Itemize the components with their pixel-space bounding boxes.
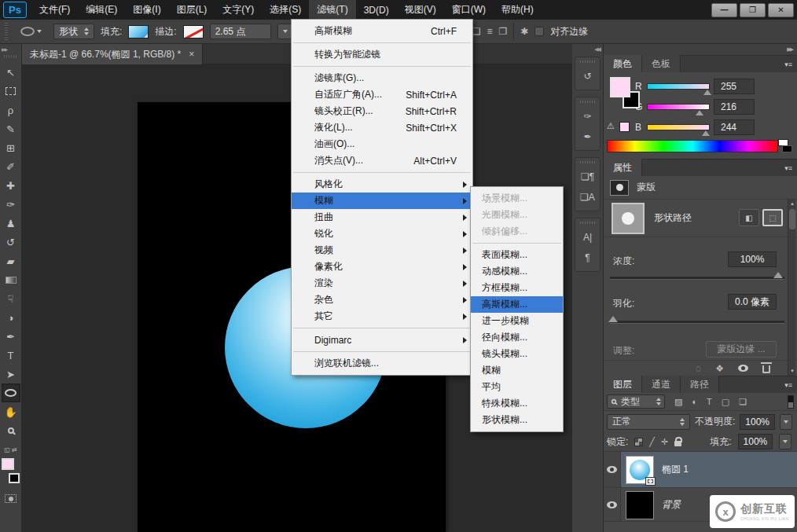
menu-item-distort[interactable]: 扭曲 <box>292 209 472 226</box>
layer-visibility-cell[interactable] <box>604 452 621 487</box>
mask-visibility-eye-icon[interactable] <box>738 365 748 372</box>
fill-swatch[interactable] <box>128 25 149 39</box>
dock-grip[interactable] <box>580 101 596 103</box>
layer-filter-toggle[interactable] <box>788 395 794 409</box>
green-value-input[interactable]: 216 <box>714 99 755 115</box>
menu-item-video[interactable]: 视频 <box>292 242 472 259</box>
menu-item-digimarc[interactable]: Digimarc <box>292 332 472 348</box>
menu-view[interactable]: 视图(V) <box>397 0 444 20</box>
character-panel-icon[interactable]: A| <box>575 227 600 248</box>
smudge-tool[interactable]: ☟ <box>2 289 20 308</box>
density-slider[interactable] <box>610 277 784 279</box>
eye-icon[interactable] <box>607 466 617 473</box>
history-brush-tool[interactable]: ↺ <box>2 233 20 251</box>
menu-item-other[interactable]: 其它 <box>292 308 472 325</box>
menu-item-surface-blur[interactable]: 表面模糊... <box>471 247 563 263</box>
swap-colors-icon[interactable]: ◱ ⇄ <box>4 446 17 453</box>
invert-selection-icon[interactable]: ◌ <box>696 363 701 374</box>
gradient-tool[interactable] <box>2 270 20 289</box>
gamut-color-swatch[interactable] <box>619 122 630 132</box>
tab-color[interactable]: 颜色 <box>604 55 642 72</box>
menu-item-lens-correction[interactable]: 镜头校正(R)...Shift+Ctrl+R <box>292 103 472 119</box>
path-selection-tool[interactable]: ➤ <box>2 365 20 383</box>
red-slider-thumb[interactable] <box>703 90 711 95</box>
eye-icon[interactable] <box>607 501 617 508</box>
vector-mask-button[interactable]: ⬚ <box>762 209 783 226</box>
menu-help[interactable]: 帮助(H) <box>494 0 542 20</box>
fill-value-input[interactable]: 100% <box>738 434 773 449</box>
panels-collapse-icon[interactable]: ▶▶ <box>604 44 797 55</box>
menu-item-convert-smart-filters[interactable]: 转换为智能滤镜 <box>292 46 472 63</box>
layer-thumbnail[interactable] <box>626 491 654 519</box>
scrollbar-thumb[interactable] <box>789 209 795 229</box>
paragraph-panel-icon[interactable]: ¶ <box>575 248 600 268</box>
menu-item-gaussian-blur-repeat[interactable]: 高斯模糊Ctrl+F <box>292 23 472 39</box>
menu-item-oil-paint[interactable]: 油画(O)... <box>292 136 472 152</box>
menu-item-vanishing-point[interactable]: 消失点(V)...Alt+Ctrl+V <box>292 152 472 169</box>
menu-item-filter-gallery[interactable]: 滤镜库(G)... <box>292 70 472 86</box>
blue-value-input[interactable]: 244 <box>714 119 755 135</box>
layer-name[interactable]: 椭圆 1 <box>662 463 689 476</box>
history-panel-icon[interactable]: ↺ <box>575 66 600 86</box>
menu-item-smart-blur[interactable]: 特殊模糊... <box>471 395 563 412</box>
lock-all-icon[interactable] <box>674 441 681 446</box>
menu-item-sharpen[interactable]: 锐化 <box>292 226 472 242</box>
green-slider-thumb[interactable] <box>696 110 703 116</box>
minimize-button[interactable]: — <box>711 3 737 17</box>
type-tool[interactable]: T <box>2 346 20 365</box>
add-pixel-mask-button[interactable]: ◧ <box>739 209 759 226</box>
tab-properties[interactable]: 属性 <box>604 159 642 176</box>
opacity-value-input[interactable]: 100% <box>740 414 775 430</box>
red-value-input[interactable]: 255 <box>714 79 755 94</box>
eyedropper-tool[interactable]: ✐ <box>2 157 20 176</box>
feather-slider[interactable] <box>610 321 784 323</box>
menu-type[interactable]: 文字(Y) <box>215 0 262 20</box>
blue-slider[interactable] <box>647 124 710 130</box>
layer-name[interactable]: 背景 <box>662 498 681 512</box>
quick-mask-button[interactable] <box>5 494 17 503</box>
zoom-tool[interactable] <box>2 421 20 440</box>
brush-tool[interactable]: ✑ <box>2 195 20 214</box>
document-tab[interactable]: 未标题-1 @ 66.7%(椭圆 1, RGB/8) * × <box>22 44 203 64</box>
move-tool[interactable]: ↖ <box>2 63 20 82</box>
stroke-swatch[interactable] <box>183 25 204 39</box>
menu-item-stylize[interactable]: 风格化 <box>292 176 472 193</box>
layer-thumbnail[interactable] <box>626 456 654 484</box>
opacity-dropdown[interactable] <box>780 414 792 430</box>
filter-type-layers-icon[interactable]: T <box>707 397 712 406</box>
menu-item-noise[interactable]: 杂色 <box>292 292 472 308</box>
menu-item-pixelate[interactable]: 像素化 <box>292 259 472 275</box>
path-alignment-icon[interactable]: ≡ <box>487 26 492 37</box>
menu-item-motion-blur[interactable]: 动感模糊... <box>471 263 563 280</box>
menu-item-blur[interactable]: 模糊 <box>471 362 563 379</box>
dock-grip[interactable] <box>580 61 596 63</box>
menu-select[interactable]: 选择(S) <box>262 0 309 20</box>
layer-filter-type-select[interactable]: 类型 <box>607 394 665 409</box>
foreground-color-swatch[interactable] <box>2 458 14 470</box>
path-operations-icon[interactable]: ❏ <box>472 26 481 37</box>
panel-menu-icon[interactable]: ▾≡ <box>784 381 792 389</box>
ellipse-tool[interactable] <box>2 383 20 402</box>
menu-item-blur[interactable]: 模糊 <box>292 193 472 209</box>
quick-selection-tool[interactable]: ✎ <box>2 119 20 138</box>
menu-item-box-blur[interactable]: 方框模糊... <box>471 280 563 296</box>
tab-swatches[interactable]: 色板 <box>642 55 681 72</box>
green-slider[interactable] <box>647 104 710 110</box>
menu-item-average[interactable]: 平均 <box>471 379 563 395</box>
menu-image[interactable]: 图像(I) <box>125 0 168 20</box>
dock-grip[interactable] <box>580 161 596 163</box>
lasso-tool[interactable]: ρ <box>2 101 20 119</box>
foreground-color-swatch[interactable] <box>610 77 630 97</box>
menu-item-liquify[interactable]: 液化(L)...Shift+Ctrl+X <box>292 119 472 136</box>
mask-edge-button[interactable]: 蒙版边缘 ... <box>706 341 777 358</box>
menu-window[interactable]: 窗口(W) <box>444 0 494 20</box>
density-value-input[interactable]: 100% <box>728 251 777 267</box>
maximize-button[interactable]: ❐ <box>740 3 766 17</box>
eraser-tool[interactable]: ▰ <box>2 251 20 270</box>
blend-mode-select[interactable]: 正常 <box>607 414 690 430</box>
menu-item-shape-blur[interactable]: 形状模糊... <box>471 412 563 428</box>
stroke-width-input[interactable]: 2.65 点 <box>210 24 271 39</box>
tab-paths[interactable]: 路径 <box>681 376 719 393</box>
panel-menu-icon[interactable]: ▾≡ <box>784 61 792 68</box>
clone-stamp-tool[interactable]: ♟ <box>2 214 20 233</box>
